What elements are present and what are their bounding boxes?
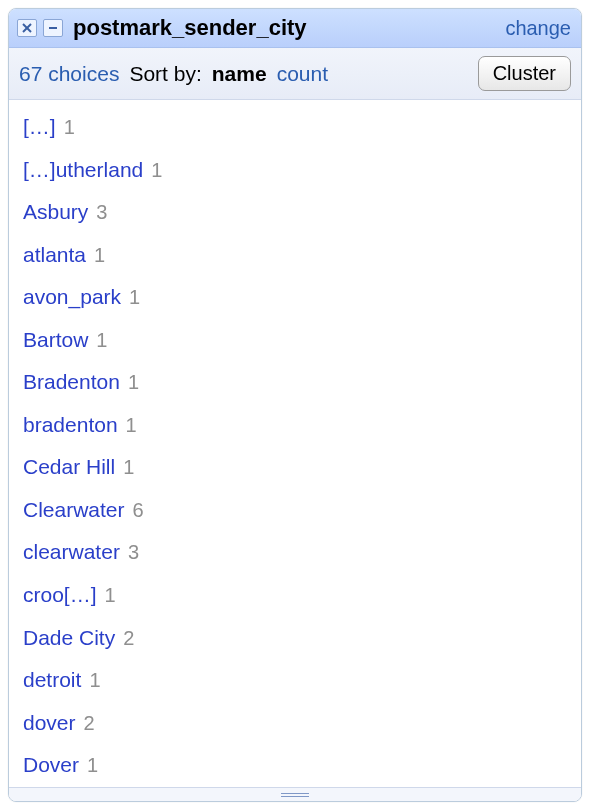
cluster-button[interactable]: Cluster [478, 56, 571, 91]
list-item: Bradenton1 [9, 361, 581, 404]
choice-name[interactable]: […] [23, 111, 56, 144]
list-item: avon_park1 [9, 276, 581, 319]
choice-name[interactable]: atlanta [23, 239, 86, 272]
collapse-button[interactable] [43, 19, 63, 37]
facet-panel: postmark_sender_city change 67 choices S… [8, 8, 582, 802]
facet-title: postmark_sender_city [73, 15, 307, 41]
svg-rect-2 [49, 27, 57, 29]
choice-count: 1 [87, 750, 98, 781]
list-item: […]utherland1 [9, 149, 581, 192]
sort-by-label: Sort by: [129, 62, 201, 86]
list-item: Dade City2 [9, 617, 581, 660]
list-item: Bartow1 [9, 319, 581, 362]
choice-count: 1 [105, 580, 116, 611]
list-item: Dover1 [9, 744, 581, 787]
choice-name[interactable]: detroit [23, 664, 81, 697]
resize-handle[interactable] [281, 792, 309, 798]
list-item: detroit1 [9, 659, 581, 702]
choice-name[interactable]: Cedar Hill [23, 451, 115, 484]
choice-name[interactable]: Dade City [23, 622, 115, 655]
choice-count: 1 [151, 155, 162, 186]
sort-count-option[interactable]: count [277, 62, 328, 86]
facet-subheader: 67 choices Sort by: name count Cluster [9, 48, 581, 100]
facet-header: postmark_sender_city change [9, 9, 581, 48]
choice-name[interactable]: clearwater [23, 536, 120, 569]
facet-footer [9, 787, 581, 801]
choice-count: 1 [129, 282, 140, 313]
choice-name[interactable]: dover [23, 707, 76, 740]
choice-count: 1 [94, 240, 105, 271]
sort-name-option[interactable]: name [212, 62, 267, 86]
close-button[interactable] [17, 19, 37, 37]
choice-name[interactable]: Asbury [23, 196, 88, 229]
choice-name[interactable]: Bradenton [23, 366, 120, 399]
choice-name[interactable]: avon_park [23, 281, 121, 314]
list-item: Cedar Hill1 [9, 446, 581, 489]
list-item: Asbury3 [9, 191, 581, 234]
choices-count-link[interactable]: 67 choices [19, 62, 119, 86]
choice-count: 6 [133, 495, 144, 526]
choice-count: 1 [123, 452, 134, 483]
list-item: croo[…]1 [9, 574, 581, 617]
choice-name[interactable]: croo[…] [23, 579, 97, 612]
list-item: dover2 [9, 702, 581, 745]
choice-count: 1 [126, 410, 137, 441]
close-icon [21, 22, 33, 34]
list-item: clearwater3 [9, 531, 581, 574]
list-item: […]1 [9, 106, 581, 149]
choice-count: 1 [89, 665, 100, 696]
choice-name[interactable]: Dover [23, 749, 79, 782]
choice-count: 1 [64, 112, 75, 143]
choice-count: 3 [96, 197, 107, 228]
list-item: atlanta1 [9, 234, 581, 277]
choice-count: 3 [128, 537, 139, 568]
choice-name[interactable]: […]utherland [23, 154, 143, 187]
list-item: bradenton1 [9, 404, 581, 447]
choice-name[interactable]: Clearwater [23, 494, 125, 527]
choice-count: 1 [96, 325, 107, 356]
list-item: Clearwater6 [9, 489, 581, 532]
minimize-icon [47, 22, 59, 34]
choice-name[interactable]: Bartow [23, 324, 88, 357]
choice-count: 2 [123, 623, 134, 654]
choice-count: 1 [128, 367, 139, 398]
choice-name[interactable]: bradenton [23, 409, 118, 442]
change-link[interactable]: change [505, 17, 571, 40]
facet-choice-list: […]1[…]utherland1Asbury3atlanta1avon_par… [9, 100, 581, 787]
choice-count: 2 [84, 708, 95, 739]
